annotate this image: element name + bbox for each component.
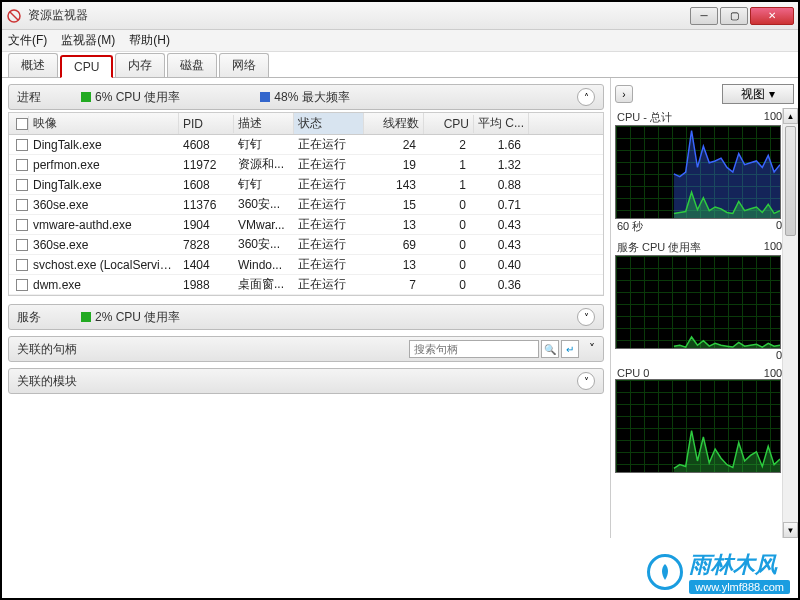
col-desc[interactable]: 描述 <box>234 113 294 134</box>
row-checkbox[interactable] <box>16 199 28 211</box>
table-row[interactable]: vmware-authd.exe 1904 VMwar... 正在运行 13 0… <box>9 215 603 235</box>
process-stat2: 48% 最大频率 <box>274 89 349 106</box>
col-threads[interactable]: 线程数 <box>364 113 424 134</box>
cell-pid: 1904 <box>179 217 234 233</box>
row-checkbox[interactable] <box>16 279 28 291</box>
cell-threads: 19 <box>364 157 424 173</box>
process-title: 进程 <box>17 89 41 106</box>
table-row[interactable]: 360se.exe 7828 360安... 正在运行 69 0 0.43 <box>9 235 603 255</box>
table-header: 映像 PID 描述 状态 线程数 CPU 平均 C... <box>9 113 603 135</box>
side-scrollbar[interactable]: ▲ ▼ <box>782 108 798 538</box>
table-row[interactable]: 360se.exe 11376 360安... 正在运行 15 0 0.71 <box>9 195 603 215</box>
menubar: 文件(F) 监视器(M) 帮助(H) <box>2 30 798 52</box>
cell-name: 360se.exe <box>29 197 179 213</box>
scroll-down-icon[interactable]: ▼ <box>783 522 798 538</box>
cell-status: 正在运行 <box>294 155 364 174</box>
cell-name: svchost.exe (LocalServiceN... <box>29 257 179 273</box>
cell-avg: 1.66 <box>474 137 529 153</box>
col-cpu[interactable]: CPU <box>424 115 474 133</box>
graph-canvas <box>615 125 781 219</box>
cell-avg: 0.88 <box>474 177 529 193</box>
graph-canvas <box>615 379 781 473</box>
cell-pid: 11972 <box>179 157 234 173</box>
menu-monitor[interactable]: 监视器(M) <box>61 32 115 49</box>
process-table: 映像 PID 描述 状态 线程数 CPU 平均 C... DingTalk.ex… <box>8 112 604 296</box>
cell-desc: VMwar... <box>234 217 294 233</box>
expand-services-icon[interactable]: ˅ <box>577 308 595 326</box>
tab-memory[interactable]: 内存 <box>115 53 165 77</box>
minimize-button[interactable]: ─ <box>690 7 718 25</box>
cell-cpu: 0 <box>424 217 474 233</box>
col-pid[interactable]: PID <box>179 115 234 133</box>
cell-avg: 1.32 <box>474 157 529 173</box>
search-icon[interactable]: 🔍 <box>541 340 559 358</box>
row-checkbox[interactable] <box>16 219 28 231</box>
services-header[interactable]: 服务 2% CPU 使用率 ˅ <box>8 304 604 330</box>
chip-green-icon <box>81 92 91 102</box>
tab-network[interactable]: 网络 <box>219 53 269 77</box>
cell-desc: 资源和... <box>234 155 294 174</box>
row-checkbox[interactable] <box>16 139 28 151</box>
scrollbar-thumb[interactable] <box>785 126 796 236</box>
col-image[interactable]: 映像 <box>29 113 179 134</box>
view-button[interactable]: 视图▾ <box>722 84 794 104</box>
col-status[interactable]: 状态 <box>294 113 364 134</box>
cell-cpu: 0 <box>424 237 474 253</box>
process-stat1: 6% CPU 使用率 <box>95 89 180 106</box>
row-checkbox[interactable] <box>16 159 28 171</box>
maximize-button[interactable]: ▢ <box>720 7 748 25</box>
cell-desc: 钉钉 <box>234 175 294 194</box>
tab-disk[interactable]: 磁盘 <box>167 53 217 77</box>
graph-title: CPU 0 <box>617 367 649 379</box>
table-row[interactable]: dwm.exe 1988 桌面窗... 正在运行 7 0 0.36 <box>9 275 603 295</box>
table-row[interactable]: DingTalk.exe 1608 钉钉 正在运行 143 1 0.88 <box>9 175 603 195</box>
cell-name: DingTalk.exe <box>29 177 179 193</box>
cell-threads: 143 <box>364 177 424 193</box>
side-panel: › 视图▾ CPU - 总计100% 60 秒0% 服务 CPU 使用率100%… <box>610 78 798 538</box>
cell-cpu: 1 <box>424 157 474 173</box>
cell-name: DingTalk.exe <box>29 137 179 153</box>
cell-desc: 360安... <box>234 235 294 254</box>
collapse-process-icon[interactable]: ˄ <box>577 88 595 106</box>
cell-status: 正在运行 <box>294 135 364 154</box>
row-checkbox[interactable] <box>16 239 28 251</box>
watermark-url: www.ylmf888.com <box>689 580 790 594</box>
graph-title: CPU - 总计 <box>617 110 672 125</box>
tab-cpu[interactable]: CPU <box>60 55 113 78</box>
menu-help[interactable]: 帮助(H) <box>129 32 170 49</box>
table-row[interactable]: DingTalk.exe 4608 钉钉 正在运行 24 2 1.66 <box>9 135 603 155</box>
cell-threads: 15 <box>364 197 424 213</box>
cell-name: dwm.exe <box>29 277 179 293</box>
expand-modules-icon[interactable]: ˅ <box>577 372 595 390</box>
row-checkbox[interactable] <box>16 259 28 271</box>
services-stat1: 2% CPU 使用率 <box>95 309 180 326</box>
side-collapse-icon[interactable]: › <box>615 85 633 103</box>
handles-title: 关联的句柄 <box>17 341 77 358</box>
modules-header[interactable]: 关联的模块 ˅ <box>8 368 604 394</box>
dropdown-icon: ▾ <box>769 87 775 101</box>
menu-file[interactable]: 文件(F) <box>8 32 47 49</box>
table-row[interactable]: svchost.exe (LocalServiceN... 1404 Windo… <box>9 255 603 275</box>
scroll-up-icon[interactable]: ▲ <box>783 108 798 124</box>
cell-cpu: 1 <box>424 177 474 193</box>
close-button[interactable]: ✕ <box>750 7 794 25</box>
search-go-icon[interactable]: ↵ <box>561 340 579 358</box>
app-icon <box>6 8 22 24</box>
handles-header[interactable]: 关联的句柄 🔍 ↵ ˅ <box>8 336 604 362</box>
tab-overview[interactable]: 概述 <box>8 53 58 77</box>
cell-avg: 0.40 <box>474 257 529 273</box>
cell-avg: 0.36 <box>474 277 529 293</box>
col-avg[interactable]: 平均 C... <box>474 113 529 134</box>
chip-green-icon <box>81 312 91 322</box>
table-row[interactable]: perfmon.exe 11972 资源和... 正在运行 19 1 1.32 <box>9 155 603 175</box>
cell-status: 正在运行 <box>294 215 364 234</box>
process-header[interactable]: 进程 6% CPU 使用率 48% 最大频率 ˄ <box>8 84 604 110</box>
chip-blue-icon <box>260 92 270 102</box>
search-handles-input[interactable] <box>409 340 539 358</box>
expand-handles-icon[interactable]: ˅ <box>589 342 595 356</box>
watermark-text: 雨林木风 <box>689 550 790 580</box>
checkbox-all[interactable] <box>16 118 28 130</box>
cell-desc: Windo... <box>234 257 294 273</box>
row-checkbox[interactable] <box>16 179 28 191</box>
cell-avg: 0.71 <box>474 197 529 213</box>
